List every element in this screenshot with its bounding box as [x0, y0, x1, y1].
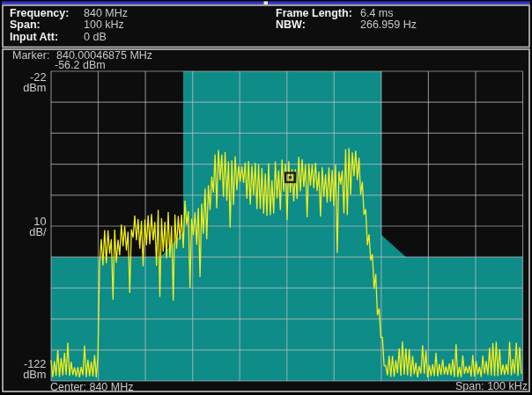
svg-text:840 MHz: 840 MHz — [84, 7, 128, 19]
svg-text:Span: 100 kHz: Span: 100 kHz — [455, 380, 528, 392]
svg-text:Center: 840 MHz: Center: 840 MHz — [50, 381, 133, 393]
svg-text:Input Att:: Input Att: — [10, 31, 58, 43]
svg-text:-56.2 dBm: -56.2 dBm — [55, 59, 106, 71]
svg-text:Marker:: Marker: — [12, 49, 49, 62]
svg-text:dB/: dB/ — [29, 225, 47, 238]
svg-text:Span:: Span: — [10, 18, 41, 31]
svg-text:dBm: dBm — [23, 81, 46, 94]
svg-text:100 kHz: 100 kHz — [84, 18, 124, 31]
svg-text:Frame Length:: Frame Length: — [276, 7, 352, 19]
svg-text:NBW:: NBW: — [276, 18, 306, 31]
svg-text:0 dB: 0 dB — [84, 31, 107, 43]
svg-text:Frequency:: Frequency: — [10, 7, 69, 19]
svg-text:dBm: dBm — [23, 368, 46, 381]
svg-text:266.959 Hz: 266.959 Hz — [360, 18, 417, 31]
svg-text:6.4 ms: 6.4 ms — [360, 7, 394, 19]
